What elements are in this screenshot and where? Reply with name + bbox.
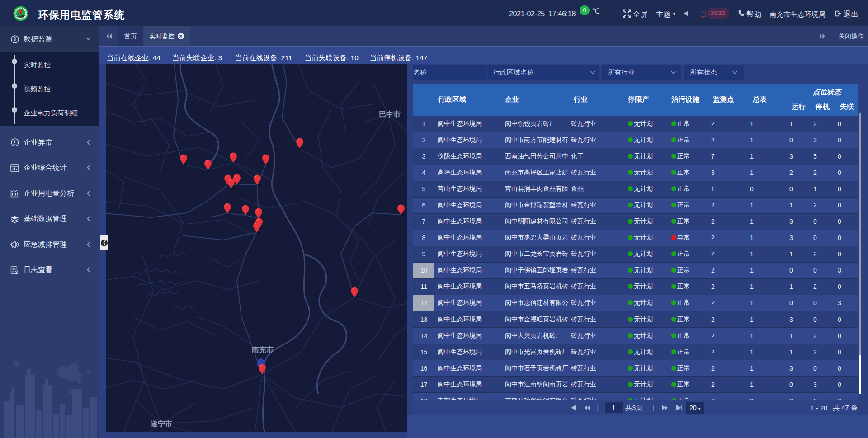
svg-text:遂宁市: 遂宁市 bbox=[150, 419, 172, 428]
svg-text:南充市: 南充市 bbox=[251, 345, 274, 353]
svg-text:巴中市: 巴中市 bbox=[379, 110, 401, 118]
